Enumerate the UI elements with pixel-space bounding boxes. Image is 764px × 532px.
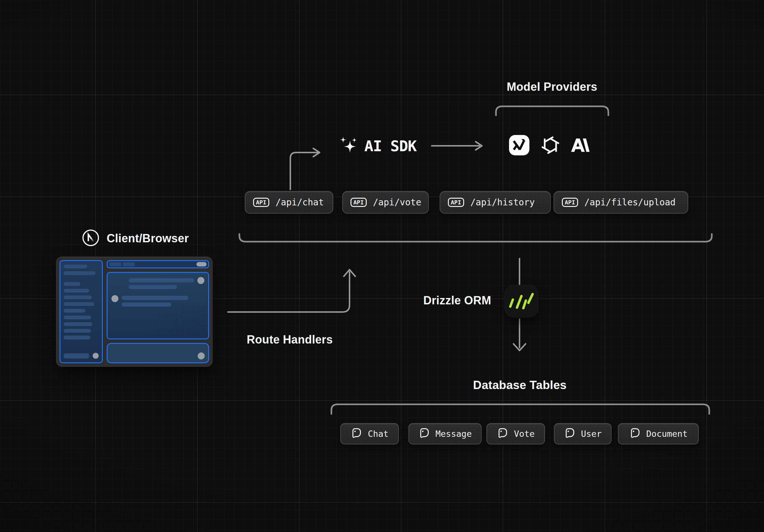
- architecture-diagram: Model Providers: [0, 0, 764, 532]
- table-chip-chat: Chat: [340, 423, 399, 444]
- model-providers-row: [509, 135, 590, 157]
- table-chip-vote: Vote: [486, 423, 545, 444]
- arrow-client-to-routes: [228, 272, 349, 312]
- mockup-chat-area: [106, 272, 209, 339]
- table-icon: [350, 427, 362, 441]
- api-route-chip-files-upload: API /api/files/upload: [554, 191, 688, 214]
- table-chip-message: Message: [408, 423, 481, 444]
- openai-icon: [540, 135, 560, 156]
- mockup-tab: [109, 262, 121, 266]
- table-name: Vote: [514, 429, 534, 439]
- anthropic-icon: [571, 138, 590, 153]
- ai-sdk-group: AI SDK: [338, 136, 416, 157]
- mockup-main-column: [106, 260, 209, 363]
- drizzle-orm-label: Drizzle ORM: [415, 294, 491, 307]
- client-browser-group: Client/Browser: [82, 229, 189, 248]
- mockup-tab: [122, 262, 135, 266]
- arrow-routes-to-aisdk: [290, 152, 318, 189]
- table-chip-document: Document: [618, 423, 699, 444]
- chat-speckle-texture: [144, 306, 207, 337]
- chat-user-avatar: [197, 277, 204, 284]
- api-route-path: /api/history: [471, 197, 535, 208]
- api-route-path: /api/files/upload: [584, 197, 676, 208]
- sidebar-avatar: [93, 353, 99, 359]
- route-handlers-label: Route Handlers: [247, 333, 333, 346]
- api-badge-icon: API: [448, 198, 464, 207]
- table-name: Message: [436, 429, 472, 439]
- xai-icon: [509, 135, 530, 157]
- api-route-chip-vote: API /api/vote: [342, 191, 429, 214]
- api-badge-icon: API: [253, 198, 269, 207]
- bracket-api-routes: [239, 234, 712, 242]
- api-route-path: /api/chat: [276, 197, 324, 208]
- bracket-database-tables: [331, 404, 709, 414]
- browser-mockup: [56, 257, 213, 367]
- bracket-model-providers: [496, 106, 608, 115]
- model-providers-title: Model Providers: [491, 80, 613, 93]
- api-route-chip-chat: API /api/chat: [245, 191, 333, 214]
- database-tables-title: Database Tables: [456, 379, 584, 392]
- send-button-circle: [198, 352, 205, 359]
- table-icon: [496, 427, 508, 441]
- table-icon: [629, 427, 641, 441]
- api-badge-icon: API: [562, 198, 578, 207]
- mockup-sidebar: [60, 260, 103, 363]
- mockup-topbar-pill: [196, 262, 207, 266]
- api-route-path: /api/vote: [373, 197, 422, 208]
- mockup-topbar: [106, 260, 209, 268]
- table-chip-user: User: [554, 423, 612, 444]
- api-route-chip-history: API /api/history: [440, 191, 551, 214]
- table-icon: [564, 427, 575, 441]
- table-name: User: [581, 429, 602, 439]
- client-browser-label: Client/Browser: [106, 232, 189, 245]
- table-name: Document: [646, 429, 687, 439]
- chat-assistant-avatar: [111, 295, 118, 302]
- ai-sdk-label: AI SDK: [364, 137, 416, 156]
- drizzle-orm-icon: [504, 285, 538, 317]
- table-name: Chat: [368, 429, 388, 439]
- sparkles-icon: [338, 136, 358, 157]
- table-icon: [418, 427, 430, 441]
- nextjs-icon: [82, 229, 99, 248]
- mockup-input-box: [106, 343, 209, 363]
- api-badge-icon: API: [350, 198, 367, 207]
